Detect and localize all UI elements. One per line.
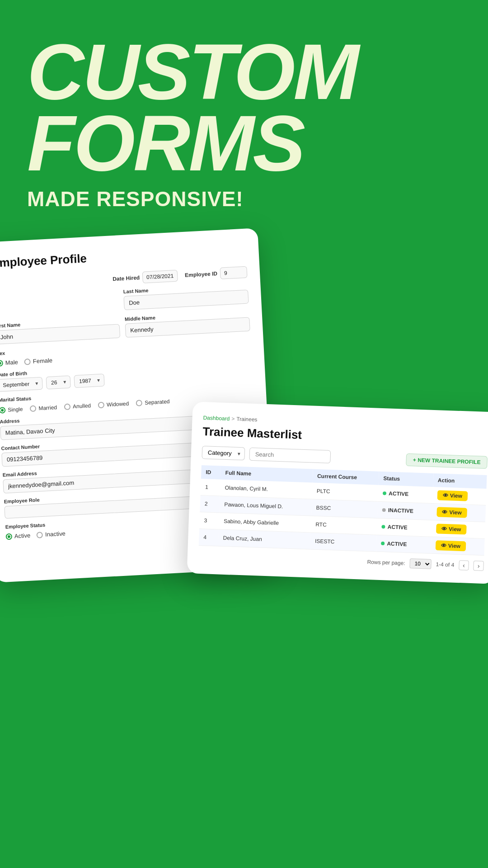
eye-icon: 👁 [441, 526, 447, 532]
pagination-info: 1-4 of 4 [436, 561, 454, 568]
last-name-group: Last Name Doe [123, 283, 249, 310]
rows-per-page-select[interactable]: 10 [409, 558, 432, 569]
status-active-label: Active [14, 532, 30, 540]
marital-separated-dot [136, 400, 143, 406]
marital-married-dot [30, 405, 37, 412]
view-button[interactable]: 👁 View [436, 524, 467, 534]
eye-icon: 👁 [441, 542, 446, 549]
trainee-table: ID Full Name Current Course Status Actio… [199, 465, 487, 556]
new-trainee-button[interactable]: + NEW TRAINEE PROFILE [406, 453, 488, 468]
cell-status: ACTIVE [378, 485, 433, 504]
status-active-option[interactable]: Active [5, 532, 30, 540]
rows-per-page-label: Rows per page: [367, 559, 405, 566]
status-active-dot [5, 533, 12, 540]
search-input[interactable] [249, 448, 331, 463]
cell-course: PLTC [312, 483, 379, 502]
cell-status: INACTIVE [377, 501, 432, 520]
toolbar: Category ▼ + NEW TRAINEE PROFILE [202, 446, 488, 469]
marital-married[interactable]: Married [30, 404, 57, 412]
marital-anulled-dot [64, 404, 71, 410]
cell-course: RTC [311, 516, 378, 535]
cell-id: 4 [199, 528, 219, 546]
sex-female-label: Female [33, 357, 52, 364]
cell-action: 👁 View [431, 537, 484, 555]
marital-single-dot [0, 407, 6, 414]
status-text: ACTIVE [387, 524, 407, 531]
marital-anulled-label: Anulled [73, 402, 91, 410]
cell-action: 👁 View [432, 520, 485, 538]
view-button[interactable]: 👁 View [436, 540, 466, 551]
sex-female-option[interactable]: Female [24, 357, 52, 365]
marital-separated[interactable]: Separated [136, 398, 170, 406]
breadcrumb-page: Trainees [236, 416, 258, 423]
breadcrumb-home[interactable]: Dashboard [203, 415, 230, 422]
prev-page-button[interactable]: ‹ [459, 560, 469, 571]
sex-male-label: Male [5, 359, 18, 366]
trainee-masterlist-card: Dashboard > Trainees Trainee Masterlist … [187, 401, 488, 584]
marital-widowed-label: Widowed [107, 401, 129, 408]
cards-area: Employee Profile Date Hired 07/28/2021 E… [0, 235, 488, 868]
first-name-group: First Name John [0, 317, 120, 344]
col-status: Status [379, 472, 434, 487]
date-hired-label: Date Hired [113, 274, 140, 282]
sex-female-dot [24, 358, 31, 365]
eye-icon: 👁 [443, 492, 448, 499]
col-id: ID [201, 465, 221, 479]
cell-status: ACTIVE [376, 535, 432, 553]
dob-month-wrap: September ▼ [0, 377, 43, 392]
cell-id: 2 [200, 495, 220, 512]
cell-name: Dela Cruz, Juan [218, 529, 311, 549]
sex-male-dot [0, 360, 3, 367]
status-text: INACTIVE [388, 507, 413, 514]
cell-course: ISESTC [310, 533, 377, 552]
status-dot [381, 542, 385, 545]
employee-id-meta: Employee ID 9 [184, 266, 247, 281]
cell-action: 👁 View [432, 487, 486, 505]
category-select[interactable]: Category [202, 446, 245, 460]
cell-id: 3 [199, 512, 220, 529]
employee-id-label: Employee ID [185, 270, 218, 278]
hero-title-line2: FORMS [27, 99, 304, 187]
dob-day-select[interactable]: 26 [46, 375, 70, 389]
cell-id: 1 [201, 479, 221, 496]
marital-single-label: Single [8, 406, 23, 413]
marital-separated-label: Separated [145, 398, 170, 406]
breadcrumb-separator: > [231, 415, 235, 422]
marital-anulled[interactable]: Anulled [64, 402, 91, 410]
dob-year-wrap: 1987 ▼ [74, 374, 104, 388]
col-action: Action [433, 473, 487, 489]
cell-action: 👁 View [432, 503, 486, 522]
date-hired-value[interactable]: 07/28/2021 [142, 270, 178, 283]
dob-month-select[interactable]: September [0, 377, 43, 392]
status-text: ACTIVE [389, 491, 408, 498]
hero-subtitle: MADE RESPONSIVE! [27, 187, 461, 211]
cell-course: BSSC [311, 499, 378, 518]
hero-title: CUSTOM FORMS [27, 36, 461, 179]
category-select-wrap: Category ▼ [202, 446, 245, 460]
status-text: ACTIVE [387, 540, 407, 547]
view-button[interactable]: 👁 View [437, 490, 468, 501]
dob-year-select[interactable]: 1987 [74, 374, 104, 388]
cell-status: ACTIVE [377, 518, 432, 537]
status-inactive-label: Inactive [45, 530, 66, 538]
status-dot [382, 508, 386, 512]
employee-card-title: Employee Profile [0, 243, 246, 270]
marital-single[interactable]: Single [0, 406, 23, 414]
eye-icon: 👁 [442, 509, 447, 515]
dob-day-wrap: 26 ▼ [46, 375, 70, 389]
view-button[interactable]: 👁 View [436, 507, 467, 518]
marital-married-label: Married [38, 404, 57, 411]
next-page-button[interactable]: › [473, 561, 483, 571]
status-inactive-option[interactable]: Inactive [37, 530, 66, 538]
status-inactive-dot [37, 532, 43, 538]
employee-id-value[interactable]: 9 [220, 266, 247, 279]
marital-widowed-dot [98, 402, 105, 409]
middle-name-group: Middle Name Kennedy [125, 310, 250, 338]
status-dot [381, 525, 385, 528]
sex-male-option[interactable]: Male [0, 359, 18, 366]
status-dot [383, 491, 386, 495]
date-hired-meta: Date Hired 07/28/2021 [113, 270, 178, 285]
marital-widowed[interactable]: Widowed [98, 401, 129, 409]
hero-section: CUSTOM FORMS MADE RESPONSIVE! [0, 0, 488, 225]
